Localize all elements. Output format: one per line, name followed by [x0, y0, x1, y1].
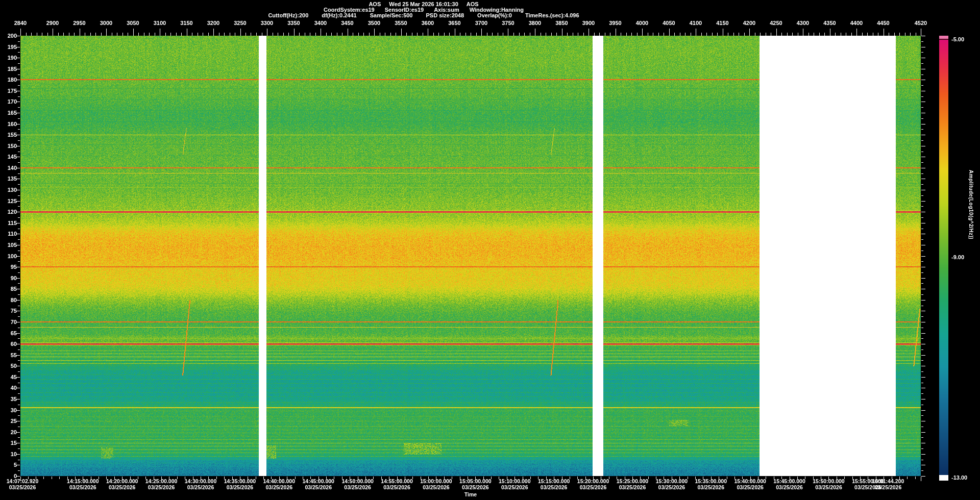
frequency-tick-label: 40: [0, 385, 17, 391]
frequency-tick-label: 50: [0, 363, 17, 369]
frequency-tick-label: 95: [0, 264, 17, 270]
date-value: 03/25/2026: [856, 485, 920, 491]
frequency-tick-label: 25: [0, 418, 17, 424]
acq-param: SensorID:es19: [385, 7, 424, 13]
frequency-tick-label: 110: [0, 231, 17, 237]
frequency-tick-label: 150: [0, 143, 17, 149]
frequency-tick-label: 160: [0, 121, 17, 127]
time-tick-label: 14:07:02.92003/25/2026: [0, 479, 54, 490]
frequency-tick-label: 15: [0, 440, 17, 446]
frequency-tick-label: 120: [0, 209, 17, 215]
frequency-tick-label: 135: [0, 176, 17, 182]
frequency-tick-label: 170: [0, 98, 17, 105]
frequency-tick-label: 190: [0, 55, 17, 61]
colorbar-tick-label: -9.00: [951, 254, 964, 260]
frequency-tick-label: 105: [0, 242, 17, 248]
acq-param: PSD size:2048: [426, 12, 464, 18]
frequency-tick-label: 155: [0, 132, 17, 138]
frequency-tick-label: 20: [0, 429, 17, 435]
frequency-tick-label: 30: [0, 407, 17, 413]
frequency-tick-label: 55: [0, 352, 17, 358]
record-tick-label: 4520: [904, 20, 937, 26]
time-tick-label: 16:01:44.20003/25/2026: [856, 479, 920, 490]
frequency-tick-label: 60: [0, 341, 17, 347]
frequency-tick-label: 175: [0, 88, 17, 94]
acq-param: Cuttoff(Hz):200: [268, 12, 308, 18]
frequency-tick-label: 180: [0, 77, 17, 83]
record-tick-label: 4450: [867, 20, 900, 26]
acq-param: Windowing:Hanning: [470, 7, 524, 13]
frequency-tick-label: 90: [0, 275, 17, 281]
aos-spectrogram-window: AOSWed 25 Mar 2026 16:01:30AOS CoordSyst…: [0, 0, 980, 500]
acq-param: Overlap(%):0: [477, 12, 512, 18]
time-value: 16:01:44.200: [856, 479, 920, 485]
frequency-tick-label: 195: [0, 44, 17, 50]
frequency-tick-label: 10: [0, 451, 17, 457]
acq-param: Sample/Sec:500: [370, 12, 413, 18]
header: AOSWed 25 Mar 2026 16:01:30AOS CoordSyst…: [0, 2, 847, 18]
frequency-tick-label: 80: [0, 297, 17, 303]
acquisition-params-row1: CoordSystem:es19SensorID:es19Axis:sumWin…: [0, 7, 847, 13]
frequency-tick-label: 5: [0, 462, 17, 468]
acq-param: CoordSystem:es19: [324, 7, 375, 13]
time-axis-title: Time: [455, 491, 486, 497]
date-value: 03/25/2026: [0, 485, 54, 491]
frequency-tick-label: 85: [0, 286, 17, 292]
acquisition-params-row2: Cuttoff(Hz):200df(Hz):0.2441Sample/Sec:5…: [0, 13, 847, 18]
frequency-tick-label: 185: [0, 66, 17, 72]
frequency-tick-label: 165: [0, 110, 17, 116]
frequency-tick-label: 115: [0, 220, 17, 226]
frequency-tick-label: 65: [0, 330, 17, 336]
frequency-tick-label: 100: [0, 253, 17, 259]
colorbar-title: Amplitude(Log10(g^2/Hz)): [968, 170, 974, 239]
frequency-tick-label: 200: [0, 33, 17, 39]
spectrogram-plot[interactable]: [0, 0, 980, 500]
frequency-tick-label: 75: [0, 308, 17, 314]
frequency-tick-label: 145: [0, 154, 17, 160]
frequency-tick-label: 140: [0, 165, 17, 171]
colorbar-tick-label: -5.00: [951, 36, 964, 42]
title-line: AOSWed 25 Mar 2026 16:01:30AOS: [0, 2, 847, 7]
colorbar-tick-label: -13.00: [951, 474, 967, 481]
acq-param: Axis:sum: [434, 7, 459, 13]
frequency-tick-label: 125: [0, 198, 17, 204]
frequency-tick-label: 35: [0, 396, 17, 402]
frequency-tick-label: 70: [0, 319, 17, 325]
frequency-tick-label: 45: [0, 374, 17, 380]
acq-param: TimeRes.(sec):4.096: [525, 12, 579, 18]
acq-param: df(Hz):0.2441: [322, 12, 356, 18]
record-tick-label: 2840: [4, 20, 37, 26]
time-value: 14:07:02.920: [0, 479, 54, 485]
frequency-tick-label: 130: [0, 187, 17, 193]
